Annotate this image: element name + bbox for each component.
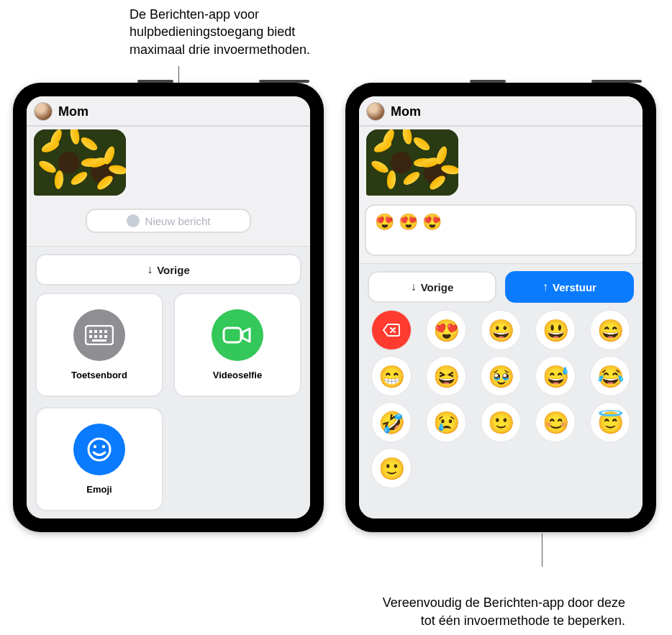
delete-key[interactable] <box>371 310 412 350</box>
keyboard-icon <box>73 309 125 361</box>
svg-rect-4 <box>104 330 107 333</box>
contact-bar: Mom <box>27 96 310 127</box>
svg-rect-5 <box>89 335 92 338</box>
contact-name: Mom <box>58 104 88 119</box>
compose-value: 😍 😍 😍 <box>375 213 442 231</box>
svg-point-12 <box>94 445 96 448</box>
callout-top: De Berichten-app voor hulpbedieningstoeg… <box>130 6 331 58</box>
emoji-key[interactable]: 😂 <box>590 356 630 396</box>
emoji-key[interactable]: 😍 <box>426 310 466 350</box>
emoji-key[interactable]: 😊 <box>535 402 576 442</box>
input-method-panel: ↓ Vorige Toetsenbord Videoselfi <box>27 246 310 518</box>
svg-rect-7 <box>99 335 102 338</box>
svg-rect-3 <box>99 330 102 333</box>
emoji-keyboard-panel: ↓ Vorige ↑ Verstuur 😍😀😃😄😁😆🥹😅😂🤣😢🙂😊😇🙂 <box>359 263 643 518</box>
svg-rect-8 <box>104 335 107 338</box>
previous-label: Vorige <box>157 264 190 276</box>
action-row: ↓ Vorige ↑ Verstuur <box>368 271 634 303</box>
emoji-key[interactable]: 🤣 <box>371 402 412 442</box>
emoji-key[interactable]: 🙂 <box>371 448 412 488</box>
emoji-key[interactable]: 😃 <box>535 310 576 350</box>
emoji-key[interactable]: 😇 <box>590 402 630 442</box>
emoji-key[interactable]: 😆 <box>426 356 466 396</box>
emoji-method-card[interactable]: Emoji <box>35 407 163 511</box>
emoji-key[interactable]: 😀 <box>481 310 521 350</box>
svg-point-13 <box>102 445 105 448</box>
avatar <box>34 102 53 121</box>
svg-rect-2 <box>94 330 97 333</box>
received-photo-message[interactable] <box>34 129 126 196</box>
previous-button[interactable]: ↓ Vorige <box>368 271 496 303</box>
video-icon <box>212 309 263 361</box>
down-arrow-icon: ↓ <box>411 281 417 293</box>
new-message-placeholder: Nieuw bericht <box>145 215 211 227</box>
screen-right: Mom 😍 😍 😍 ↓ Vorige <box>359 96 643 518</box>
avatar <box>366 102 385 121</box>
svg-rect-10 <box>224 328 241 342</box>
videoselfie-method-card[interactable]: Videoselfie <box>173 293 301 397</box>
send-label: Verstuur <box>553 281 596 293</box>
callout-line-bottom <box>542 534 542 567</box>
emoji-key[interactable]: 😁 <box>371 356 412 396</box>
emoji-key-grid: 😍😀😃😄😁😆🥹😅😂🤣😢🙂😊😇🙂 <box>368 310 634 488</box>
emoji-key[interactable]: 😅 <box>535 356 576 396</box>
backspace-icon <box>382 323 401 337</box>
videoselfie-label: Videoselfie <box>213 370 262 380</box>
svg-rect-9 <box>92 339 106 342</box>
previous-label: Vorige <box>421 281 454 293</box>
down-arrow-icon: ↓ <box>147 264 153 275</box>
svg-rect-1 <box>89 330 92 333</box>
emoji-icon <box>73 424 125 475</box>
emoji-key[interactable]: 😢 <box>426 402 466 442</box>
emoji-keyboard: 😍😀😃😄😁😆🥹😅😂🤣😢🙂😊😇🙂 <box>368 310 634 511</box>
send-button[interactable]: ↑ Verstuur <box>505 271 634 303</box>
received-message-row <box>359 127 643 198</box>
ipad-right: Mom 😍 😍 😍 ↓ Vorige <box>345 83 656 532</box>
emoji-key[interactable]: 😄 <box>590 310 630 350</box>
emoji-key[interactable]: 🙂 <box>481 402 521 442</box>
keyboard-method-card[interactable]: Toetsenbord <box>35 293 163 397</box>
emoji-label: Emoji <box>86 484 112 495</box>
chat-bubble-icon <box>127 214 140 227</box>
screen-left: Mom Nieuw bericht ↓ Vorige <box>27 96 310 518</box>
previous-button[interactable]: ↓ Vorige <box>35 254 301 285</box>
ipad-left: Mom Nieuw bericht ↓ Vorige <box>13 83 324 532</box>
up-arrow-icon: ↑ <box>542 281 548 293</box>
new-message-field[interactable]: Nieuw bericht <box>86 209 251 233</box>
callout-bottom: Vereenvoudig de Berichten-app door deze … <box>381 594 625 629</box>
keyboard-label: Toetsenbord <box>71 370 127 380</box>
contact-bar: Mom <box>359 96 643 127</box>
contact-name: Mom <box>391 104 421 119</box>
tablet-row: Mom Nieuw bericht ↓ Vorige <box>13 83 656 532</box>
received-photo-message[interactable] <box>366 129 458 196</box>
received-message-row <box>27 127 310 198</box>
emoji-key[interactable]: 🥹 <box>481 356 521 396</box>
svg-point-11 <box>88 439 110 460</box>
compose-field[interactable]: 😍 😍 😍 <box>365 204 637 256</box>
svg-rect-6 <box>94 335 97 338</box>
input-method-grid: Toetsenbord Videoselfie Emoji <box>35 293 301 511</box>
